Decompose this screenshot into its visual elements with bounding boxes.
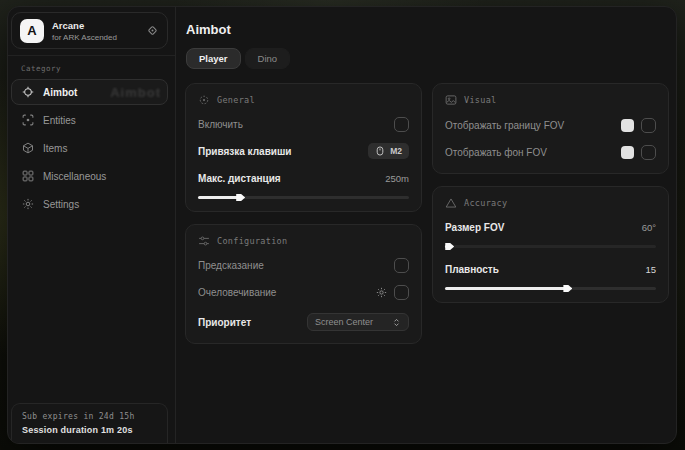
humanization-controls (376, 285, 409, 300)
card-title: Visual (464, 95, 497, 105)
priority-label: Приоритет (198, 317, 251, 328)
subscription-footer: Sub expires in 24d 15h Session duration … (11, 403, 168, 444)
humanization-label: Очеловечивание (198, 287, 276, 298)
sidebar-item-entities[interactable]: Entities (11, 107, 168, 133)
sidebar-item-label: Items (43, 143, 67, 154)
gear-icon (22, 198, 34, 210)
priority-selected-value: Screen Center (315, 317, 373, 327)
humanization-checkbox[interactable] (394, 285, 409, 300)
sidebar-nav: Aimbot Aimbot Entities (8, 77, 175, 217)
main-panel: Aimbot Player Dino General (177, 7, 676, 443)
brand-card: A Arcane for ARK Ascended (11, 12, 168, 49)
box-icon (22, 142, 34, 154)
max-distance-slider[interactable] (198, 196, 409, 199)
max-distance-value: 250m (385, 173, 409, 184)
diamond-target-icon[interactable] (146, 24, 159, 37)
sidebar-item-label: Entities (43, 115, 76, 126)
sidebar-item-label: Miscellaneous (43, 171, 106, 182)
fov-fill-checkbox[interactable] (641, 145, 656, 160)
tab-dino[interactable]: Dino (245, 48, 291, 69)
visual-card: Visual Отображать границу FOV Отображать… (432, 83, 669, 174)
enable-checkbox[interactable] (394, 117, 409, 132)
sidebar-item-settings[interactable]: Settings (11, 191, 168, 217)
grid-icon (22, 170, 34, 182)
focus-icon (198, 94, 210, 106)
brand-text: Arcane for ARK Ascended (52, 20, 117, 42)
game-background: A Arcane for ARK Ascended Category (0, 0, 685, 450)
priority-select[interactable]: Screen Center (307, 313, 409, 331)
tab-player[interactable]: Player (186, 48, 241, 69)
prediction-label: Предсказание (198, 260, 264, 271)
general-card-header: General (198, 94, 409, 106)
brand-title: Arcane (52, 20, 117, 31)
fov-fill-controls (621, 145, 656, 160)
smoothness-value: 15 (645, 264, 656, 275)
fov-outline-checkbox[interactable] (641, 118, 656, 133)
sub-expires-text: Sub expires in 24d 15h (22, 412, 157, 421)
general-card: General Включить Привязка клавиши (185, 83, 422, 212)
sidebar-item-label: Settings (43, 199, 79, 210)
keybind-label: Привязка клавиши (198, 146, 291, 157)
fov-outline-label: Отображать границу FOV (445, 120, 564, 131)
visual-card-header: Visual (445, 94, 656, 106)
sidebar-item-miscellaneous[interactable]: Miscellaneous (11, 163, 168, 189)
arcane-window: A Arcane for ARK Ascended Category (7, 6, 677, 444)
crosshair-icon (22, 86, 34, 98)
aimbot-watermark: Aimbot (110, 85, 161, 100)
sidebar-item-items[interactable]: Items (11, 135, 168, 161)
slider-fill (445, 245, 449, 248)
keybind-value: M2 (390, 146, 402, 156)
fov-size-label: Размер FOV (445, 222, 504, 233)
brand-subtitle: for ARK Ascended (52, 33, 117, 42)
fov-fill-color-swatch[interactable] (621, 146, 634, 159)
fov-outline-color-swatch[interactable] (621, 119, 634, 132)
page-title: Aimbot (186, 22, 231, 37)
accuracy-card: Accuracy Размер FOV 60° Плавность 15 (432, 186, 669, 303)
chevrons-up-down-icon (392, 318, 401, 327)
slider-fill (198, 196, 240, 199)
category-label: Category (8, 55, 175, 77)
scan-icon (22, 114, 34, 126)
slider-fill (445, 287, 567, 290)
fov-size-value: 60° (642, 222, 656, 233)
mouse-icon (375, 146, 385, 156)
card-title: Accuracy (464, 198, 507, 208)
image-icon (445, 94, 457, 106)
sidebar: A Arcane for ARK Ascended Category (8, 7, 176, 443)
enable-label: Включить (198, 119, 243, 130)
accuracy-card-header: Accuracy (445, 197, 656, 209)
left-column: General Включить Привязка клавиши (185, 83, 422, 356)
fov-fill-label: Отображать фон FOV (445, 147, 547, 158)
fov-size-slider[interactable] (445, 245, 656, 248)
sidebar-item-aimbot[interactable]: Aimbot Aimbot (11, 79, 168, 105)
card-title: General (217, 95, 255, 105)
card-title: Configuration (217, 236, 287, 246)
sliders-icon (198, 235, 210, 247)
configuration-card-header: Configuration (198, 235, 409, 247)
session-duration-text: Session duration 1m 20s (22, 425, 157, 435)
tab-bar: Player Dino (186, 48, 290, 69)
fov-outline-controls (621, 118, 656, 133)
arcane-logo: A (20, 19, 44, 43)
triangle-icon (445, 197, 457, 209)
right-column: Visual Отображать границу FOV Отображать… (432, 83, 669, 315)
humanization-settings-icon[interactable] (376, 287, 387, 298)
configuration-card: Configuration Предсказание Очеловечивани… (185, 224, 422, 344)
sidebar-item-label: Aimbot (43, 87, 77, 98)
prediction-checkbox[interactable] (394, 258, 409, 273)
smoothness-slider[interactable] (445, 287, 656, 290)
keybind-button[interactable]: M2 (368, 143, 409, 159)
smoothness-label: Плавность (445, 264, 499, 275)
max-distance-label: Макс. дистанция (198, 173, 281, 184)
